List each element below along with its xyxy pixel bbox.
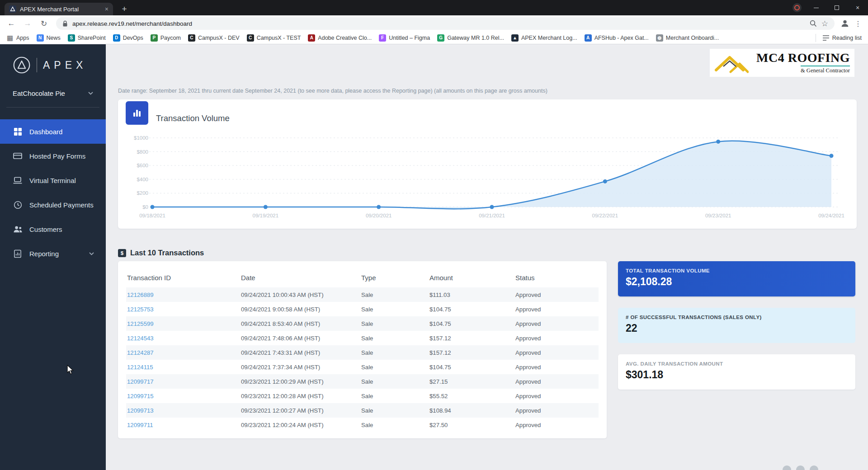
bookmark-item[interactable]: DDevOps [113, 34, 143, 42]
transaction-type: Sale [360, 393, 429, 400]
transaction-id-link[interactable]: 12125753 [126, 306, 240, 313]
bookmark-item[interactable]: CCampusX - TEST [247, 34, 301, 42]
bookmark-item[interactable]: SSharePoint [68, 34, 106, 42]
apex-logo: APEX [13, 56, 106, 74]
sidebar-item-scheduled-payments[interactable]: Scheduled Payments [0, 193, 106, 217]
bookmark-item[interactable]: ▦Apps [6, 34, 29, 42]
reading-list-button[interactable]: Reading list [822, 35, 862, 41]
report-document-icon [13, 249, 23, 258]
paycom-favicon-icon: P [151, 34, 158, 42]
merchant-selector[interactable]: EatChocolate Pie [13, 89, 93, 97]
footer-social-icon[interactable] [783, 465, 791, 470]
transaction-id-link[interactable]: 12125599 [126, 320, 240, 327]
bookmarks-bar: ▦AppsNNewsSSharePointDDevOpsPPaycomCCamp… [0, 32, 868, 44]
bookmark-item[interactable]: NNews [37, 34, 61, 42]
transaction-id-link[interactable]: 12099713 [126, 407, 240, 414]
footer-social-icon[interactable] [796, 465, 805, 470]
transactions-table: Transaction ID Date Type Amount Status 1… [118, 261, 607, 438]
transaction-date: 09/23/2021 12:00:29 AM (HST) [240, 378, 360, 385]
bookmark-item[interactable]: AAdobe Creative Clo... [308, 34, 372, 42]
bookmark-label: CampusX - DEV [198, 35, 240, 41]
browser-tab[interactable]: APEX Merchant Portal × [5, 3, 113, 15]
profile-avatar-icon[interactable] [840, 19, 850, 28]
sidebar-item-dashboard[interactable]: Dashboard [0, 119, 106, 144]
adobe-cc-favicon-icon: A [308, 34, 315, 42]
transaction-amount: $104.75 [429, 306, 514, 313]
transaction-type: Sale [360, 349, 429, 356]
stat-label: AVG. DAILY TRANSACTION AMOUNT [626, 361, 848, 367]
menu-kebab-icon[interactable]: ⋮ [853, 19, 863, 28]
reading-list-icon [822, 35, 830, 41]
bookmark-item[interactable]: AAFSHub - Apex Gat... [585, 34, 649, 42]
bookmark-item[interactable]: CCampusX - DEV [188, 34, 240, 42]
sidebar-item-label: Reporting [29, 250, 59, 258]
transaction-id-link[interactable]: 12099715 [126, 393, 240, 400]
transaction-status: Approved [514, 306, 599, 313]
sharepoint-favicon-icon: S [68, 34, 75, 42]
dashboard-main: MC4 ROOFING & General Contractor Date ra… [106, 44, 868, 470]
company-name: MC4 ROOFING [756, 52, 850, 64]
sidebar-item-virtual-terminal[interactable]: Virtual Terminal [0, 168, 106, 193]
bookmark-item[interactable]: ▲APEX Merchant Log... [511, 34, 577, 42]
sidebar: APEX EatChocolate Pie Dashboard Hosted P… [0, 44, 106, 470]
tab-close-icon[interactable]: × [105, 6, 108, 12]
stat-cards: TOTAL TRANSACTION VOLUME $2,108.28 # OF … [618, 261, 855, 390]
transaction-id-link[interactable]: 12124287 [126, 349, 240, 356]
transaction-row: 1212575309/24/2021 9:00:58 AM (HST)Sale$… [126, 302, 599, 316]
window-maximize-button[interactable] [826, 0, 847, 15]
column-header-transaction-id: Transaction ID [126, 274, 240, 282]
sidebar-item-reporting[interactable]: Reporting [0, 241, 106, 266]
bookmark-item[interactable]: PPaycom [151, 34, 181, 42]
bookmark-item[interactable]: GGateway MR 1.0 Rel... [437, 34, 504, 42]
bookmark-item[interactable]: FUntitled – Figma [379, 34, 430, 42]
sidebar-item-customers[interactable]: Customers [0, 217, 106, 241]
sidebar-item-label: Scheduled Payments [29, 201, 94, 209]
window-minimize-button[interactable] [806, 0, 826, 15]
url-text: apex.release.rev19.net/merchant/dashboar… [72, 20, 805, 27]
url-bar[interactable]: apex.release.rev19.net/merchant/dashboar… [56, 17, 835, 30]
transaction-id-link[interactable]: 12099717 [126, 378, 240, 385]
back-button[interactable]: ← [5, 17, 18, 30]
transaction-id-link[interactable]: 12126889 [126, 291, 240, 298]
recording-indicator-icon[interactable] [788, 0, 806, 15]
afshub-favicon-icon: A [585, 34, 592, 42]
window-close-button[interactable]: × [847, 0, 868, 15]
transactions-header: $ Last 10 Transactions [118, 249, 204, 257]
transaction-date: 09/23/2021 12:00:28 AM (HST) [240, 393, 360, 400]
bookmark-label: AFSHub - Apex Gat... [594, 35, 649, 41]
footer-social-icon[interactable] [810, 465, 818, 470]
transaction-id-link[interactable]: 12124543 [126, 335, 240, 342]
people-icon [13, 225, 23, 233]
svg-text:09/23/2021: 09/23/2021 [705, 213, 731, 218]
roof-icon [714, 52, 749, 74]
reload-button[interactable]: ↻ [37, 17, 51, 30]
column-header-type: Type [360, 274, 429, 282]
zoom-icon[interactable] [810, 20, 817, 27]
figma-favicon-icon: F [379, 34, 386, 42]
bookmark-star-icon[interactable]: ☆ [821, 20, 828, 28]
table-body: 1212688909/24/2021 10:00:43 AM (HST)Sale… [126, 287, 599, 432]
bookmark-label: SharePoint [78, 35, 106, 41]
apex-logo-mark-icon [13, 56, 31, 74]
transaction-amount: $55.52 [429, 393, 514, 400]
transaction-type: Sale [360, 335, 429, 342]
transaction-id-link[interactable]: 12099711 [126, 422, 240, 428]
svg-text:$600: $600 [137, 163, 148, 168]
transaction-type: Sale [360, 320, 429, 327]
mc4-roofing-logo: MC4 ROOFING & General Contractor [710, 49, 854, 77]
forward-button[interactable]: → [21, 17, 34, 30]
transaction-volume-chart[interactable]: $1000$800$600$400$200$009/18/202109/19/2… [126, 133, 847, 223]
new-tab-button[interactable]: + [118, 3, 130, 15]
transaction-amount: $27.50 [429, 422, 514, 428]
transaction-date: 09/24/2021 9:00:58 AM (HST) [240, 306, 360, 313]
transaction-id-link[interactable]: 12124115 [126, 364, 240, 371]
sidebar-item-label: Customers [29, 226, 62, 233]
bookmark-item[interactable]: ◍Merchant Onboardi... [656, 34, 719, 42]
laptop-icon [13, 176, 23, 184]
sidebar-item-hosted-pay-forms[interactable]: Hosted Pay Forms [0, 144, 106, 168]
campusx-dev-favicon-icon: C [188, 34, 195, 42]
transaction-amount: $108.94 [429, 407, 514, 414]
transaction-row: 1209971509/23/2021 12:00:28 AM (HST)Sale… [126, 389, 599, 403]
svg-text:09/21/2021: 09/21/2021 [479, 213, 505, 218]
transaction-status: Approved [514, 378, 599, 385]
